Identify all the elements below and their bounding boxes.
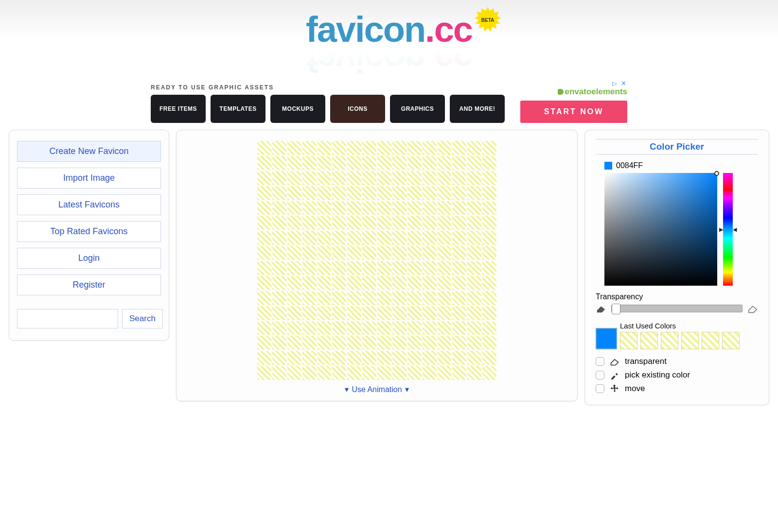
pixel-cell[interactable] <box>318 231 332 245</box>
pixel-cell[interactable] <box>482 201 496 215</box>
pixel-cell[interactable] <box>482 141 496 155</box>
tool-transparent[interactable]: transparent <box>596 356 758 367</box>
pixel-cell[interactable] <box>347 366 361 380</box>
pixel-cell[interactable] <box>423 336 437 350</box>
pixel-cell[interactable] <box>467 246 481 260</box>
search-button[interactable]: Search <box>122 309 163 328</box>
pixel-cell[interactable] <box>377 216 391 230</box>
use-animation-toggle[interactable]: ▾ Use Animation ▾ <box>345 385 408 394</box>
pixel-cell[interactable] <box>392 366 407 380</box>
nav-latest-favicons[interactable]: Latest Favicons <box>17 194 161 215</box>
pixel-cell[interactable] <box>287 306 301 320</box>
pixel-cell[interactable] <box>257 261 271 275</box>
pixel-cell[interactable] <box>302 141 317 155</box>
checkbox[interactable] <box>596 371 604 379</box>
pixel-cell[interactable] <box>287 321 301 335</box>
pixel-cell[interactable] <box>362 351 376 365</box>
pixel-cell[interactable] <box>362 141 376 155</box>
pixel-cell[interactable] <box>377 231 391 245</box>
ad-tile-more[interactable]: AND MORE! <box>450 95 505 123</box>
pixel-cell[interactable] <box>332 321 346 335</box>
nav-top-rated[interactable]: Top Rated Favicons <box>17 221 161 242</box>
pixel-cell[interactable] <box>332 291 346 305</box>
pixel-cell[interactable] <box>452 321 466 335</box>
pixel-cell[interactable] <box>407 336 422 350</box>
pixel-cell[interactable] <box>272 261 286 275</box>
pixel-cell[interactable] <box>302 246 317 260</box>
pixel-cell[interactable] <box>362 276 376 290</box>
pixel-cell[interactable] <box>467 351 481 365</box>
pixel-cell[interactable] <box>362 261 376 275</box>
pixel-cell[interactable] <box>257 336 271 350</box>
pixel-cell[interactable] <box>452 201 466 215</box>
pixel-cell[interactable] <box>347 156 361 170</box>
pixel-cell[interactable] <box>377 336 391 350</box>
pixel-cell[interactable] <box>407 156 422 170</box>
tool-move[interactable]: move <box>596 383 758 394</box>
pixel-cell[interactable] <box>407 276 422 290</box>
nav-register[interactable]: Register <box>17 275 161 295</box>
pixel-cell[interactable] <box>392 336 407 350</box>
pixel-cell[interactable] <box>302 201 317 215</box>
last-used-swatch[interactable] <box>702 332 719 349</box>
pixel-cell[interactable] <box>257 216 271 230</box>
pixel-cell[interactable] <box>362 336 376 350</box>
last-used-swatch[interactable] <box>661 332 678 349</box>
last-used-swatch[interactable] <box>681 332 699 349</box>
pixel-cell[interactable] <box>257 171 271 185</box>
pixel-cell[interactable] <box>407 366 422 380</box>
pixel-cell[interactable] <box>438 201 452 215</box>
pixel-cell[interactable] <box>257 291 271 305</box>
pixel-cell[interactable] <box>257 276 271 290</box>
pixel-cell[interactable] <box>467 216 481 230</box>
ad-tile-graphics[interactable]: GRAPHICS <box>390 95 445 123</box>
pixel-cell[interactable] <box>272 291 286 305</box>
pixel-cell[interactable] <box>332 141 346 155</box>
pixel-cell[interactable] <box>438 156 452 170</box>
pixel-cell[interactable] <box>272 216 286 230</box>
pixel-cell[interactable] <box>438 216 452 230</box>
pixel-cell[interactable] <box>377 246 391 260</box>
pixel-cell[interactable] <box>362 186 376 200</box>
nav-login[interactable]: Login <box>17 248 161 269</box>
pixel-cell[interactable] <box>257 321 271 335</box>
transparency-slider[interactable] <box>611 305 743 312</box>
pixel-cell[interactable] <box>318 141 332 155</box>
pixel-cell[interactable] <box>362 216 376 230</box>
pixel-cell[interactable] <box>467 306 481 320</box>
pixel-cell[interactable] <box>332 351 346 365</box>
pixel-cell[interactable] <box>392 141 407 155</box>
pixel-cell[interactable] <box>452 366 466 380</box>
pixel-cell[interactable] <box>362 171 376 185</box>
pixel-cell[interactable] <box>377 276 391 290</box>
pixel-cell[interactable] <box>482 216 496 230</box>
pixel-cell[interactable] <box>362 246 376 260</box>
checkbox[interactable] <box>596 357 604 366</box>
pixel-cell[interactable] <box>318 216 332 230</box>
pixel-cell[interactable] <box>392 246 407 260</box>
pixel-cell[interactable] <box>392 291 407 305</box>
tool-pick[interactable]: pick existing color <box>596 370 758 380</box>
pixel-cell[interactable] <box>318 261 332 275</box>
pixel-cell[interactable] <box>287 156 301 170</box>
pixel-cell[interactable] <box>482 321 496 335</box>
pixel-cell[interactable] <box>407 291 422 305</box>
pixel-cell[interactable] <box>318 186 332 200</box>
pixel-cell[interactable] <box>287 351 301 365</box>
pixel-cell[interactable] <box>332 261 346 275</box>
pixel-cell[interactable] <box>318 276 332 290</box>
pixel-cell[interactable] <box>452 171 466 185</box>
pixel-cell[interactable] <box>287 291 301 305</box>
pixel-cell[interactable] <box>318 351 332 365</box>
pixel-cell[interactable] <box>452 156 466 170</box>
pixel-cell[interactable] <box>332 231 346 245</box>
pixel-cell[interactable] <box>482 261 496 275</box>
pixel-cell[interactable] <box>272 336 286 350</box>
pixel-grid[interactable] <box>257 141 496 380</box>
pixel-cell[interactable] <box>302 351 317 365</box>
ad-cta-button[interactable]: START NOW <box>520 101 627 123</box>
ad-tile-icons[interactable]: ICONS <box>330 95 385 123</box>
pixel-cell[interactable] <box>452 351 466 365</box>
pixel-cell[interactable] <box>452 291 466 305</box>
pixel-cell[interactable] <box>407 306 422 320</box>
